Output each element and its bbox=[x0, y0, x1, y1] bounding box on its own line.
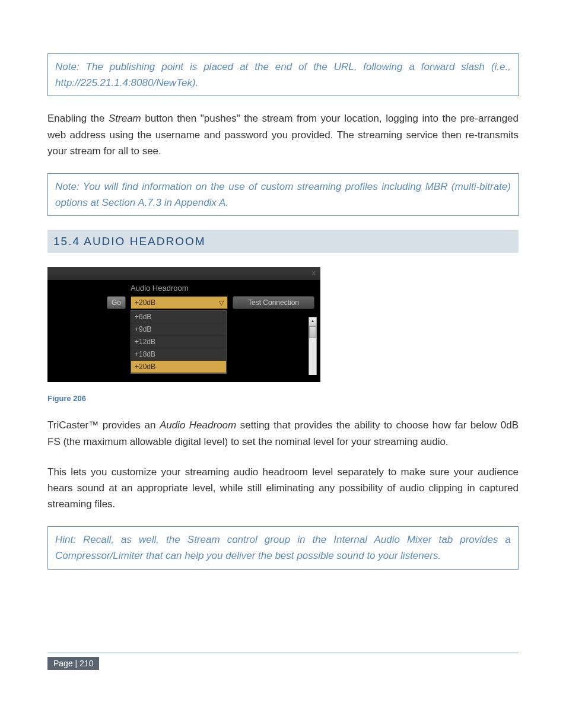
paragraph-enabling-stream: Enabling the Stream button then "pushes"… bbox=[47, 110, 519, 159]
term-stream: Stream bbox=[109, 113, 141, 124]
note-box-mbr: Note: You will find information on the u… bbox=[47, 173, 519, 216]
footer-rule bbox=[47, 653, 519, 653]
note-text: Note: The publishing point is placed at … bbox=[55, 61, 511, 88]
page-number: Page | 210 bbox=[47, 657, 99, 670]
dropdown-row: Go +20dB ▽ Test Connection bbox=[47, 296, 320, 309]
audio-headroom-options: +6dB +9dB +12dB +18dB +20dB bbox=[131, 310, 227, 374]
audio-headroom-label: Audio Headroom bbox=[47, 280, 320, 296]
scrollbar[interactable]: ▴ bbox=[309, 317, 317, 375]
scroll-up-icon[interactable]: ▴ bbox=[309, 317, 317, 326]
hint-box-compressor: Hint: Recall, as well, the Stream contro… bbox=[47, 526, 519, 569]
paragraph-tricaster-headroom: TriCaster™ provides an Audio Headroom se… bbox=[47, 417, 519, 449]
scroll-thumb[interactable] bbox=[309, 326, 316, 338]
paragraph-customize: This lets you customize your streaming a… bbox=[47, 464, 519, 513]
go-button[interactable]: Go bbox=[107, 296, 126, 309]
test-connection-button[interactable]: Test Connection bbox=[233, 296, 314, 309]
figure-caption: Figure 206 bbox=[47, 394, 519, 403]
note-box-publishing-point: Note: The publishing point is placed at … bbox=[47, 53, 519, 96]
p1-lead: Enabling the bbox=[47, 113, 109, 124]
chevron-down-icon: ▽ bbox=[219, 297, 224, 308]
hint-text: Hint: Recall, as well, the Stream contro… bbox=[55, 534, 511, 561]
audio-headroom-select[interactable]: +20dB ▽ bbox=[131, 296, 228, 309]
audio-headroom-panel: x Audio Headroom Go +20dB ▽ Test Connect… bbox=[47, 267, 320, 382]
term-audio-headroom: Audio Headroom bbox=[160, 419, 236, 431]
close-icon[interactable]: x bbox=[312, 268, 316, 277]
section-heading-audio-headroom: 15.4 AUDIO HEADROOM bbox=[47, 230, 519, 253]
note-text: Note: You will find information on the u… bbox=[55, 181, 511, 208]
dropdown-option[interactable]: +12dB bbox=[131, 336, 226, 348]
p2-lead: TriCaster™ provides an bbox=[47, 419, 160, 431]
panel-topbar: x bbox=[47, 267, 320, 280]
dropdown-option[interactable]: +18dB bbox=[131, 348, 226, 361]
figure-audio-headroom: x Audio Headroom Go +20dB ▽ Test Connect… bbox=[47, 267, 519, 382]
dropdown-option[interactable]: +9dB bbox=[131, 323, 226, 336]
dropdown-option-selected[interactable]: +20dB bbox=[131, 361, 226, 373]
select-value: +20dB bbox=[135, 297, 155, 308]
dropdown-option[interactable]: +6dB bbox=[131, 311, 226, 323]
scroll-track[interactable] bbox=[309, 326, 317, 375]
